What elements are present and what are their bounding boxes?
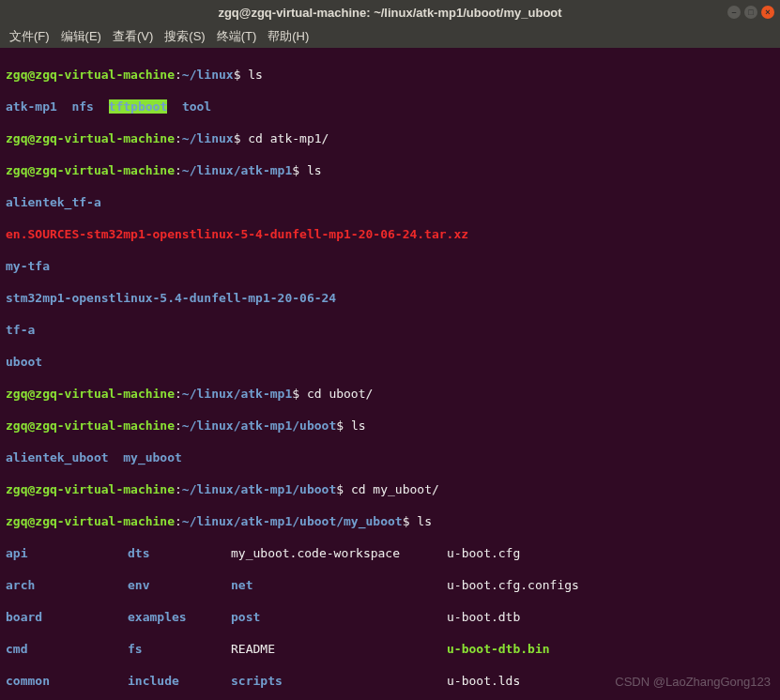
ls-dir: my_uboot <box>123 450 182 464</box>
cmd-cd: cd uboot/ <box>307 387 373 401</box>
window-title: zgq@zgq-virtual-machine: ~/linux/atk-mp1… <box>218 6 561 20</box>
ls-dir: alientek_uboot <box>6 450 109 464</box>
ls-item: alientek_tf-a <box>6 194 774 210</box>
menubar: 文件(F) 编辑(E) 查看(V) 搜索(S) 终端(T) 帮助(H) <box>0 24 780 48</box>
titlebar: zgq@zgq-virtual-machine: ~/linux/atk-mp1… <box>0 0 780 24</box>
ls-item: my-tfa <box>6 258 774 274</box>
minimize-button[interactable]: – <box>727 6 741 19</box>
window-controls: – □ × <box>727 6 774 19</box>
prompt-path: ~/linux <box>182 68 234 82</box>
menu-view[interactable]: 查看(V) <box>109 26 157 47</box>
prompt-user: zgq@zgq-virtual-machine <box>6 68 175 82</box>
menu-edit[interactable]: 编辑(E) <box>57 26 105 47</box>
ls-item: tf-a <box>6 322 774 338</box>
ls-dir: nfs <box>71 99 93 114</box>
menu-search[interactable]: 搜索(S) <box>161 26 208 47</box>
cmd-cd: cd my_uboot/ <box>351 482 439 496</box>
ls-row: archenvnetu-boot.cfg.configs <box>6 577 774 593</box>
cmd-ls: ls <box>248 68 263 82</box>
ls-item: uboot <box>6 354 774 370</box>
menu-file[interactable]: 文件(F) <box>6 26 54 47</box>
ls-item: stm32mp1-openstlinux-5.4-dunfell-mp1-20-… <box>6 290 774 306</box>
ls-dir: tool <box>182 99 211 114</box>
close-button[interactable]: × <box>761 6 774 19</box>
ls-item-archive: en.SOURCES-stm32mp1-openstlinux-5-4-dunf… <box>6 226 774 242</box>
cmd-cd: cd atk-mp1/ <box>248 131 329 145</box>
ls-row: boardexamplespostu-boot.dtb <box>6 609 774 625</box>
terminal-body[interactable]: zgq@zgq-virtual-machine:~/linux$ ls atk-… <box>0 48 780 700</box>
ls-dir: atk-mp1 <box>6 99 57 114</box>
watermark: CSDN @LaoZhangGong123 <box>615 675 771 689</box>
menu-help[interactable]: 帮助(H) <box>264 26 313 47</box>
ls-row: cmdfsREADMEu-boot-dtb.bin <box>6 641 774 657</box>
ls-row: apidtsmy_uboot.code-workspaceu-boot.cfg <box>6 545 774 561</box>
ls-dir-hl: tftpboot <box>109 99 168 114</box>
menu-terminal[interactable]: 终端(T) <box>213 26 261 47</box>
maximize-button[interactable]: □ <box>744 6 757 19</box>
